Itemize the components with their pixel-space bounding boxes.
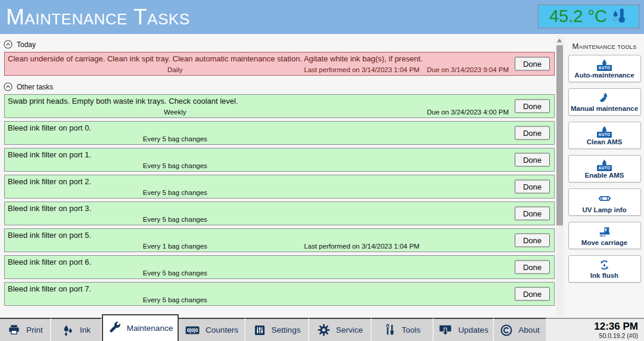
temperature-display: 45.2 °C (537, 4, 640, 29)
done-button[interactable]: Done (515, 287, 550, 301)
tab-updates[interactable]: Updates (434, 318, 494, 341)
section-header: Today (0, 34, 556, 52)
task-row: Bleed ink filter on port 3.Every 5 bag c… (4, 202, 555, 225)
section-label: Other tasks (17, 83, 53, 91)
task-row: Bleed ink filter on port 0.Every 5 bag c… (4, 121, 555, 145)
task-row: Bleed ink filter on port 1.Every 5 bag c… (4, 148, 555, 172)
auto-badge: AUTO (597, 132, 612, 137)
tool-button-label: UV Lamp info (582, 206, 626, 213)
task-row: Bleed ink filter on port 6.Every 5 bag c… (4, 255, 555, 279)
tab-label: Maintenance (127, 324, 173, 333)
tab-settings[interactable]: Settings (245, 318, 309, 341)
move-carriage-button[interactable]: Move carriage (568, 222, 641, 249)
task-description: Bleed ink filter on port 1. (8, 150, 91, 159)
svg-text:0|0|0: 0|0|0 (187, 327, 198, 333)
tab-maintenance[interactable]: Maintenance (102, 314, 179, 341)
task-description: Swab print heads. Empty both waste ink t… (8, 97, 238, 106)
task-schedule: Every 5 bag changes (143, 296, 207, 303)
thermometer-icon (610, 7, 628, 27)
tab-label: Service (336, 326, 363, 334)
uv-lamp-info-button[interactable]: UV Lamp info (568, 188, 641, 216)
task-due: Due on 3/24/2023 4:00 PM (427, 108, 509, 116)
enable-ams-button[interactable]: AUTOEnable AMS (568, 155, 641, 182)
tab-label: Counters (206, 326, 238, 334)
tool-button-label: Auto-maintenance (574, 72, 634, 79)
scrollbar-thumb[interactable] (556, 45, 563, 225)
temperature-value: 45.2 °C (549, 8, 607, 25)
task-last-performed: Last performed on 3/14/2023 1:04 PM (304, 66, 419, 73)
task-list-scrollbar[interactable] (556, 37, 564, 315)
download-icon (438, 323, 453, 337)
tab-counters[interactable]: 0|0|0Counters (179, 318, 245, 341)
collapse-section-icon[interactable] (3, 39, 13, 49)
task-last-performed: Last performed on 3/14/2023 1:04 PM (304, 243, 419, 250)
printer-icon (7, 323, 21, 337)
task-due: Due on 3/14/2023 9:04 PM (427, 66, 509, 73)
tab-label: About (518, 326, 539, 334)
status-area: 12:36 PM 50.0.19.2 (#0) (547, 318, 644, 341)
task-schedule: Every 1 bag changes (143, 243, 207, 250)
tab-service[interactable]: Service (309, 318, 372, 341)
task-row: Bleed ink filter on port 5.Every 1 bag c… (4, 228, 555, 252)
task-schedule: Every 5 bag changes (143, 189, 207, 196)
task-description: Bleed ink filter on port 6. (8, 258, 91, 266)
tool-button-label: Enable AMS (584, 172, 624, 179)
tool-button-label: Manual maintenance (571, 105, 638, 112)
version-label: 50.0.19.2 (#0) (599, 332, 638, 339)
tab-label: Tools (402, 326, 421, 334)
auto-maintenance-button[interactable]: AUTOAuto-maintenance (568, 55, 641, 82)
tab-label: Ink (80, 326, 91, 334)
task-description: Bleed ink filter on port 2. (8, 177, 91, 186)
maintenance-tools-panel: Maintenance tools AUTOAuto-maintenanceMa… (565, 34, 644, 318)
task-description: Clean underside of carriage. Clean ink s… (8, 54, 422, 63)
tool-button-label: Ink flush (590, 272, 618, 279)
auto-badge: AUTO (597, 165, 612, 170)
task-schedule: Every 5 bag changes (143, 162, 207, 169)
ink-flush-button[interactable]: Ink flush (568, 255, 641, 283)
gear-icon (317, 323, 331, 337)
done-button[interactable]: Done (515, 57, 550, 71)
copyright-icon (500, 324, 513, 337)
tools-button-list: AUTOAuto-maintenanceManual maintenanceAU… (565, 55, 644, 283)
tools-panel-title: Maintenance tools (565, 34, 644, 55)
droplet-auto-icon: AUTO (597, 125, 612, 137)
done-button[interactable]: Done (515, 153, 550, 167)
task-description: Bleed ink filter on port 7. (8, 284, 91, 293)
page-title: Maintenance Tasks (6, 0, 189, 34)
task-schedule: Every 5 bag changes (143, 216, 207, 223)
tab-tools[interactable]: Tools (372, 318, 434, 341)
tool-button-label: Move carriage (581, 239, 627, 246)
task-row: Clean underside of carriage. Clean ink s… (4, 52, 555, 76)
done-button[interactable]: Done (515, 261, 550, 274)
clean-ams-button[interactable]: AUTOClean AMS (568, 122, 641, 149)
section-header: Other tasks (0, 79, 556, 94)
bottom-tab-bar: PrintInkMaintenance0|0|0CountersSettings… (0, 318, 644, 341)
manual-maintenance-button[interactable]: Manual maintenance (568, 88, 641, 116)
task-description: Bleed ink filter on port 0. (8, 123, 91, 132)
task-row: Bleed ink filter on port 7.Every 5 bag c… (4, 282, 555, 306)
task-schedule: Every 5 bag changes (143, 269, 207, 277)
tab-print[interactable]: Print (0, 318, 51, 341)
tools-icon (384, 323, 396, 337)
done-button[interactable]: Done (515, 234, 550, 247)
tab-ink[interactable]: Ink (51, 318, 102, 341)
auto-badge: AUTO (597, 65, 612, 70)
done-button[interactable]: Done (515, 126, 550, 140)
collapse-section-icon[interactable] (3, 82, 13, 92)
task-row: Swab print heads. Empty both waste ink t… (4, 94, 555, 118)
tab-label: Updates (458, 326, 488, 334)
done-button[interactable]: Done (515, 207, 550, 221)
done-button[interactable]: Done (515, 100, 550, 113)
droplet-auto-icon: AUTO (597, 58, 612, 70)
section-label: Today (17, 41, 36, 49)
tab-label: Print (26, 326, 43, 334)
task-schedule: Every 5 bag changes (143, 135, 207, 142)
tab-about[interactable]: About (494, 318, 547, 341)
droplet-hand-icon (598, 92, 611, 104)
scroll-up-arrow-icon[interactable] (557, 39, 562, 42)
task-schedule: Weekly (164, 108, 186, 116)
done-button[interactable]: Done (515, 180, 550, 194)
task-schedule: Daily (167, 66, 183, 73)
wrench-icon (108, 321, 122, 335)
task-list: TodayClean underside of carriage. Clean … (0, 34, 556, 318)
